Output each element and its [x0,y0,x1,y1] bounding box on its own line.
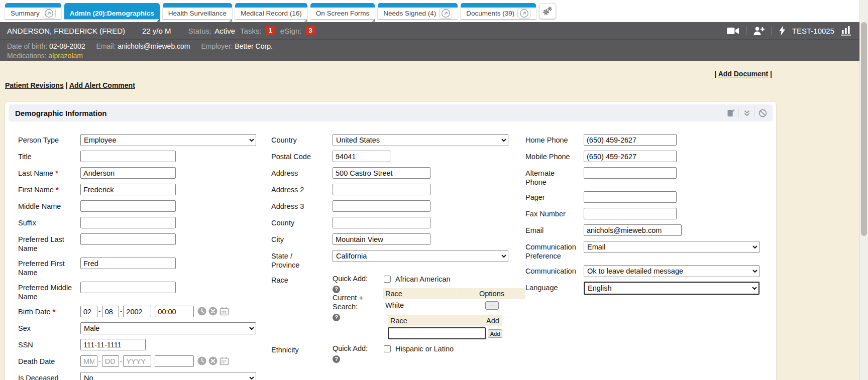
remove-race-button[interactable]: — [485,301,499,310]
calendar-icon[interactable] [220,307,229,316]
birth-day-input[interactable] [102,306,119,317]
video-camera-icon[interactable] [727,27,739,35]
esign-badge[interactable]: 3 [305,26,315,35]
lightning-icon[interactable] [779,26,786,36]
popout-arrow-icon[interactable] [43,8,56,19]
suffix-input[interactable] [80,217,176,228]
address-input[interactable] [333,167,430,179]
middle-name-input[interactable] [80,200,176,212]
add-person-icon[interactable] [753,27,765,35]
dob-label: Date of birth: [7,42,47,50]
birth-time-input[interactable] [155,306,194,317]
form-column-identity: Person Type Employee Title Last Name* Fi… [18,134,268,380]
help-icon[interactable]: ? [333,355,340,363]
journal-icon[interactable] [722,107,738,118]
tab-summary[interactable]: Summary [5,3,61,19]
vertical-scrollbar[interactable] [859,0,868,380]
race-search-input[interactable] [388,327,486,339]
add-race-button[interactable]: Add [488,329,502,338]
dob-value: 02-08-2002 [49,42,85,50]
country-select[interactable]: United States [333,134,508,146]
race-current-table: Race Options White — [383,288,525,311]
is-deceased-select[interactable]: No [80,372,256,380]
clock-icon[interactable] [197,356,206,365]
tab-needs-signed[interactable]: Needs Signed (4) [378,3,458,19]
clear-x-icon[interactable] [208,356,218,365]
ssn-input[interactable] [80,339,146,350]
county-input[interactable] [333,217,430,228]
sex-select[interactable]: Male [80,322,256,334]
hispanic-latino-checkbox[interactable] [384,345,391,352]
preferred-last-name-input[interactable] [80,233,176,245]
chart-tab-bar: Summary Admin (20):Demographics Health S… [0,0,868,22]
patient-age-sex: 22 y/o M [142,27,171,35]
calendar-icon[interactable] [220,356,229,365]
disable-circle-slash-icon[interactable] [754,107,771,118]
preferred-first-name-input[interactable] [80,258,176,269]
field-person-type: Person Type Employee [18,134,268,146]
tab-needs-signed-label[interactable]: Needs Signed (4) [383,10,436,17]
tab-admin-label[interactable]: Admin (20):Demographics [70,10,154,17]
fax-number-input[interactable] [584,208,677,219]
preferred-middle-name-input[interactable] [80,282,176,293]
birth-month-input[interactable] [80,306,97,317]
alternate-phone-input[interactable] [584,167,677,179]
death-day-input[interactable] [102,355,119,367]
field-postal-code: Postal Code [271,151,525,163]
required-asterisk: * [52,308,55,316]
chart-icon[interactable] [841,26,852,36]
tab-documents[interactable]: Documents (39) [461,3,536,19]
state-select[interactable]: California [333,250,508,262]
field-address3: Address 3 [271,200,525,212]
mobile-phone-input[interactable] [584,151,677,162]
required-asterisk: * [55,169,58,177]
address2-input[interactable] [333,184,430,195]
email-input[interactable] [584,224,682,236]
tab-admin-demographics[interactable]: Admin (20):Demographics [64,3,160,19]
add-alert-comment-link[interactable]: Add Alert Comment [69,81,135,89]
city-input[interactable] [333,233,430,245]
home-phone-input[interactable] [584,134,677,146]
settings-gears-icon[interactable] [539,3,556,19]
medications-value[interactable]: alprazolam [48,52,82,60]
last-name-input[interactable] [80,167,176,179]
communication-preference-select[interactable]: Email [584,241,759,253]
communication-select[interactable]: Ok to leave detailed message [584,265,759,277]
person-type-select[interactable]: Employee [80,134,256,146]
add-col-header: Add [486,317,502,325]
death-time-input[interactable] [155,355,194,367]
clear-x-icon[interactable] [208,307,218,316]
african-american-checkbox[interactable] [384,276,391,283]
pager-input[interactable] [584,191,677,203]
tab-medical-record[interactable]: Medical Record (16) [235,3,307,19]
popout-arrow-icon[interactable] [517,8,530,19]
tab-medical-record-label[interactable]: Medical Record (16) [241,10,302,17]
panel-title: Demographic Information [15,109,107,117]
birth-year-input[interactable] [123,306,151,317]
language-select[interactable]: English [584,282,759,295]
death-year-input[interactable] [123,355,151,367]
first-name-input[interactable] [80,184,176,195]
address3-input[interactable] [333,200,430,212]
tab-summary-label[interactable]: Summary [11,10,40,17]
field-state-province: State / Province California [271,250,525,270]
popout-arrow-icon[interactable] [439,8,452,19]
tab-health-surveillance-label[interactable]: Health Surveillance [168,10,227,17]
title-input[interactable] [80,151,176,162]
tab-on-screen-forms[interactable]: On Screen Forms [310,3,375,19]
tab-documents-label[interactable]: Documents (39) [466,10,514,17]
postal-code-input[interactable] [333,151,390,162]
clock-icon[interactable] [197,307,206,316]
help-icon[interactable]: ? [333,286,340,293]
patient-revisions-link[interactable]: Patient Revisions [5,81,64,89]
race-add-table: Race Add Add [388,315,502,339]
tab-health-surveillance[interactable]: Health Surveillance [163,3,232,19]
collapse-double-chevron-icon[interactable] [738,107,754,118]
tasks-badge[interactable]: 1 [266,26,275,35]
add-document-link[interactable]: Add Document [718,70,769,78]
scrollbar-thumb[interactable] [861,22,867,236]
help-icon[interactable]: ? [333,314,340,321]
tab-on-screen-forms-label[interactable]: On Screen Forms [316,10,370,17]
field-middle-name: Middle Name [18,200,268,212]
death-month-input[interactable] [80,355,97,367]
